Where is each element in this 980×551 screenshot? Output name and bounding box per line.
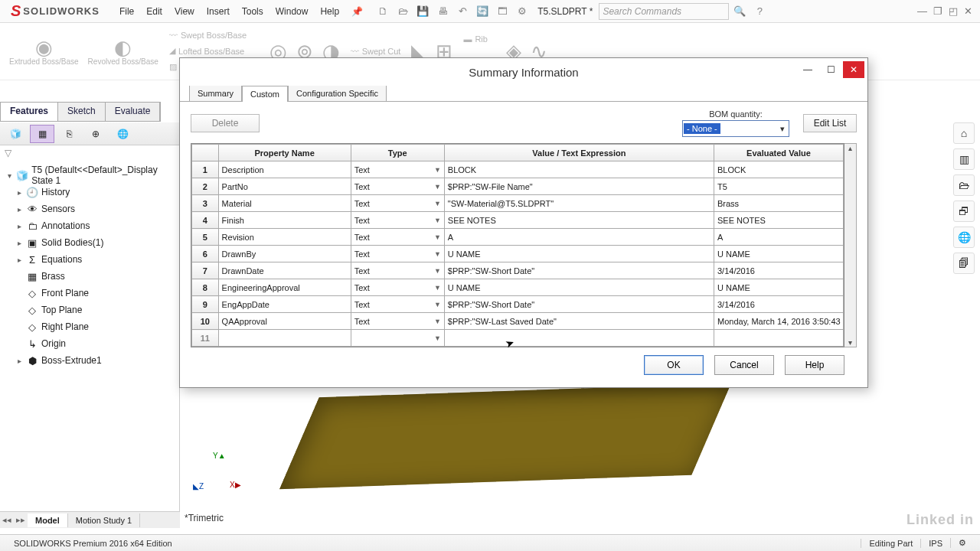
expand-icon[interactable]: ▸ [15, 205, 23, 214]
row-number[interactable]: 5 [192, 229, 219, 246]
row-number[interactable]: 6 [192, 246, 219, 262]
tab-model[interactable]: Model [28, 514, 68, 527]
status-extra[interactable]: ⚙ [950, 538, 974, 548]
table-row[interactable]: 1 Description Text▼ BLOCK BLOCK [192, 161, 844, 178]
cell-property-name[interactable] [218, 330, 351, 347]
menu-help[interactable]: Help [315, 3, 344, 20]
cell-type[interactable]: ▼ [351, 330, 444, 347]
chevron-down-icon[interactable]: ▼ [434, 301, 441, 308]
cell-type[interactable]: Text▼ [351, 178, 444, 195]
table-row[interactable]: 9 EngAppDate Text▼ $PRP:"SW-Short Date" … [192, 296, 844, 313]
cell-value[interactable]: "SW-Material@T5.SLDPRT" [444, 195, 714, 212]
cell-property-name[interactable]: Revision [218, 229, 351, 246]
cell-value[interactable]: A [444, 229, 714, 246]
lofted-boss[interactable]: ◢ Lofted Boss/Base [169, 46, 259, 56]
tree-item-top-plane[interactable]: ◇Top Plane [2, 302, 178, 318]
new-icon[interactable]: 🗋 [374, 2, 392, 21]
edit-list-button[interactable]: Edit List [803, 114, 857, 132]
chevron-down-icon[interactable]: ▼ [434, 200, 441, 207]
options-icon[interactable]: 🗔 [493, 2, 511, 21]
tree-item-origin[interactable]: ↳Origin [2, 335, 178, 352]
cell-type[interactable]: Text▼ [351, 212, 444, 229]
chevron-down-icon[interactable]: ▼ [434, 250, 441, 258]
header-type[interactable]: Type [351, 145, 444, 161]
tree-item-front-plane[interactable]: ◇Front Plane [2, 285, 178, 302]
row-number[interactable]: 8 [192, 279, 219, 296]
cell-value[interactable]: $PRP:"SW-Short Date" [444, 296, 714, 313]
cell-property-name[interactable]: Material [218, 195, 351, 212]
custom-props-icon[interactable]: 🗐 [953, 253, 975, 274]
dialog-maximize-icon[interactable]: ☐ [820, 61, 841, 78]
cell-value[interactable]: SEE NOTES [444, 212, 714, 229]
open-icon[interactable]: 🗁 [394, 2, 412, 21]
header-property-name[interactable]: Property Name [218, 145, 351, 161]
save-icon[interactable]: 💾 [413, 2, 432, 21]
menu-file[interactable]: File [115, 3, 139, 20]
cell-type[interactable]: Text▼ [351, 246, 444, 262]
expand-icon[interactable] [15, 306, 23, 315]
file-explorer-icon[interactable]: 🗁 [953, 174, 975, 196]
cell-value[interactable]: U NAME [444, 246, 714, 262]
table-row[interactable]: 10 QAApproval Text▼ $PRP:"SW-Last Saved … [192, 313, 844, 330]
tab-features[interactable]: Features [1, 103, 58, 121]
swept-boss[interactable]: 〰 Swept Boss/Base [169, 31, 259, 40]
expand-icon[interactable]: ▸ [15, 357, 23, 365]
ok-button[interactable]: OK [644, 355, 704, 375]
tab-configuration-specific[interactable]: Configuration Specific [288, 85, 387, 101]
tree-item-history[interactable]: ▸🕘History [2, 184, 178, 201]
cell-value[interactable]: $PRP:"SW-File Name" [444, 178, 714, 195]
cell-property-name[interactable]: DrawnDate [218, 262, 351, 279]
menu-view[interactable]: View [170, 3, 199, 20]
property-manager-tab-icon[interactable]: ▦ [30, 125, 54, 143]
cell-property-name[interactable]: EngineeringApproval [218, 279, 351, 296]
tab-summary[interactable]: Summary [189, 85, 242, 101]
tree-item-equations[interactable]: ▸ΣEquations [2, 251, 178, 268]
rebuild-icon[interactable]: 🔄 [473, 2, 492, 21]
cell-value[interactable]: U NAME [444, 279, 714, 296]
row-number[interactable]: 4 [192, 212, 219, 229]
home-icon[interactable]: ⌂ [953, 122, 975, 144]
table-row[interactable]: 2 PartNo Text▼ $PRP:"SW-File Name" T5 [192, 178, 844, 195]
cell-property-name[interactable]: Description [218, 161, 351, 178]
table-row-new[interactable]: 11 ▼ [192, 330, 844, 347]
row-number[interactable]: 1 [192, 161, 219, 178]
expand-icon[interactable] [15, 323, 23, 331]
tab-scroll-left-icon[interactable]: ◂◂ [0, 515, 14, 525]
expand-icon[interactable]: ▸ [15, 222, 23, 230]
tree-item-annotations[interactable]: ▸🗀Annotations [2, 217, 178, 234]
table-scrollbar[interactable]: ▴▾ [844, 143, 857, 347]
chevron-down-icon[interactable]: ▼ [434, 267, 441, 275]
feature-tree-tab-icon[interactable]: 🧊 [3, 125, 28, 143]
undo-icon[interactable]: ↶ [453, 2, 472, 21]
scroll-down-icon[interactable]: ▾ [848, 338, 852, 347]
cell-type[interactable]: Text▼ [351, 296, 444, 313]
tab-motion-study[interactable]: Motion Study 1 [68, 514, 140, 527]
chevron-down-icon[interactable]: ▼ [434, 166, 441, 174]
cell-type[interactable]: Text▼ [351, 313, 444, 330]
close-icon[interactable]: ✕ [964, 5, 972, 17]
print-icon[interactable]: 🖶 [433, 2, 452, 21]
cell-type[interactable]: Text▼ [351, 229, 444, 246]
scroll-up-icon[interactable]: ▴ [848, 144, 852, 152]
search-icon[interactable]: 🔍 [730, 2, 749, 21]
swept-cut[interactable]: 〰 Swept Cut [351, 47, 401, 56]
delete-button[interactable]: Delete [191, 114, 260, 132]
cell-property-name[interactable]: DrawnBy [218, 246, 351, 262]
tab-scroll-right-icon[interactable]: ▸▸ [14, 515, 28, 525]
cell-property-name[interactable]: QAApproval [218, 313, 351, 330]
row-number[interactable]: 7 [192, 262, 219, 279]
chevron-down-icon[interactable]: ▼ [434, 217, 441, 224]
rib[interactable]: ▬ Rib [463, 34, 495, 44]
tab-custom[interactable]: Custom [242, 86, 288, 102]
gear-icon[interactable]: ⚙ [513, 2, 531, 21]
menu-edit[interactable]: Edit [142, 3, 167, 20]
table-row[interactable]: 6 DrawnBy Text▼ U NAME U NAME [192, 246, 844, 262]
header-rownum[interactable] [192, 145, 219, 161]
restore-icon[interactable]: ❐ [933, 5, 942, 17]
search-input[interactable]: Search Commands [599, 3, 729, 20]
cancel-button[interactable]: Cancel [714, 355, 774, 375]
cell-type[interactable]: Text▼ [351, 195, 444, 212]
expand-icon[interactable]: ▸ [15, 188, 23, 197]
dialog-title-bar[interactable]: Summary Information — ☐ ✕ [180, 58, 867, 86]
dialog-close-icon[interactable]: ✕ [843, 61, 864, 78]
